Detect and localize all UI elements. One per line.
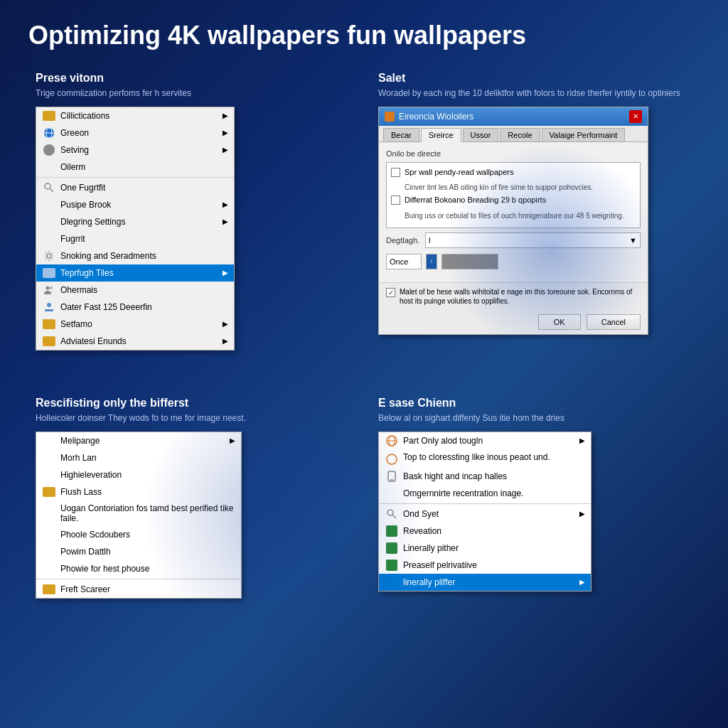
svg-point-8 [47, 303, 51, 307]
menu-item[interactable]: Phoole Scdoubers [36, 526, 241, 543]
checkbox-row-1: Spr wall pendy-read wallpapers [391, 167, 636, 177]
svg-point-16 [387, 510, 393, 515]
menu-item[interactable]: Fugrrit [36, 230, 234, 247]
menu-item[interactable]: Omgernnirte recentration inage. [379, 485, 591, 502]
quadrant-bottom-right: E sase Chienn Below al on sighart diffen… [364, 390, 707, 714]
quadrant3-desc: Holleicoler doinser They wods fo to me f… [36, 412, 350, 424]
blank-icon [42, 529, 56, 540]
menu-item[interactable]: Powim Dattlh [36, 543, 241, 560]
blank-icon [42, 563, 56, 574]
once-input[interactable]: Once [386, 254, 422, 269]
submenu-arrow: ▶ [223, 269, 228, 277]
dropdown-arrow: ▼ [629, 236, 637, 245]
menu-item[interactable]: Setving ▶ [36, 141, 234, 159]
checkbox1-subtext: Cinver tint les AB oiting kin of fire si… [405, 183, 636, 192]
footer-checkbox[interactable] [386, 288, 395, 297]
menu-item[interactable]: Linerally pither [379, 540, 591, 557]
menu-item[interactable]: Snoking and Seradments [36, 247, 234, 264]
checkbox-1[interactable] [391, 168, 400, 177]
folder3-icon [42, 318, 56, 330]
menu-item[interactable]: Setfamo ▶ [36, 316, 234, 333]
menu-item[interactable]: Ond Syet ▶ [379, 505, 591, 523]
blank-icon [42, 233, 56, 245]
menu-item[interactable]: Flush Lass [36, 483, 241, 500]
ie-icon [42, 127, 56, 139]
menu-item[interactable]: Highieleveration [36, 466, 241, 483]
degtlagh-row: Degtlagh. l ▼ [386, 232, 641, 248]
cancel-button[interactable]: Cancel [587, 314, 641, 330]
phone-icon [385, 471, 399, 482]
quadrant-top-left: Prese vitonn Trige commiization perfoms … [21, 65, 364, 390]
menu-item[interactable]: Bask hight and incap halles [379, 468, 591, 485]
quadrant-top-right: Salet Woradel by each ing the 10 deliktf… [364, 65, 707, 390]
menu-item[interactable]: Uogan Contoriation fos tamd best perifie… [36, 500, 241, 526]
svg-point-13 [387, 454, 397, 464]
dialog-body: Onilo be directe Spr wall pendy-read wal… [379, 142, 648, 282]
menu-item[interactable]: Oilerm [36, 159, 234, 176]
svg-point-6 [46, 286, 50, 289]
menu-item[interactable]: Pusipe Brook ▶ [36, 196, 234, 213]
menu-item[interactable]: Preaself pelrivatiive [379, 557, 591, 574]
blank-icon [42, 199, 56, 210]
menu-item[interactable]: Phowie for hest phouse [36, 560, 241, 577]
menu-separator [36, 177, 234, 178]
menu-item[interactable]: Greeon ▶ [36, 124, 234, 141]
dialog-section-label: Onilo be directe [386, 149, 641, 158]
menu-item[interactable]: Adviatesi Enunds ▶ [36, 333, 234, 350]
blank-icon [42, 452, 56, 464]
blank-icon [385, 577, 399, 588]
checkbox2-subtext: Buing uss or cebulal to files of ouch hn… [405, 211, 636, 220]
folder4-icon [42, 336, 56, 347]
tab-ussor[interactable]: Ussor [463, 128, 499, 141]
menu-item-highlighted[interactable]: linerally pliffer ▶ [379, 574, 591, 591]
spin-button[interactable]: ↑ [426, 254, 437, 269]
submenu-arrow: ▶ [230, 437, 235, 444]
menu-item[interactable]: One Fugrtfit [36, 179, 234, 196]
quadrant1-title: Prese vitonn [36, 72, 350, 85]
menu-item[interactable]: Morh Lan [36, 449, 241, 466]
dialog-footer: Malet of be hese walls wihitoital e nage… [379, 282, 648, 310]
submenu-arrow: ▶ [223, 218, 228, 225]
dialog-tabs: Becar Sreirce Ussor Recole Valaige Perfo… [379, 126, 648, 142]
submenu-arrow: ▶ [223, 200, 228, 208]
page-title: Optimizing 4K wallpapers fun wallpapers [0, 0, 728, 65]
folder-icon [42, 110, 56, 122]
tab-becar[interactable]: Becar [383, 128, 419, 141]
footer-text: Malet of be hese walls wihitoital e nage… [400, 287, 641, 306]
checkbox-2[interactable] [391, 196, 400, 205]
menu-item[interactable]: Melipange ▶ [36, 432, 241, 449]
blank-icon [42, 505, 56, 516]
svg-point-7 [50, 287, 53, 289]
menu-item[interactable]: Part Only alod tougln ▶ [379, 432, 591, 449]
menu-item[interactable]: Freft Scareer [36, 581, 241, 598]
svg-point-3 [45, 183, 50, 189]
submenu-arrow: ▶ [223, 320, 228, 328]
submenu-arrow: ▶ [223, 129, 228, 136]
menu-item[interactable]: Dlegring Settings ▶ [36, 213, 234, 230]
menu-item[interactable]: Ohermais [36, 282, 234, 299]
menu-item[interactable]: Oater Fast 125 Deeerfin [36, 299, 234, 316]
cube-green3-icon [385, 560, 399, 571]
tab-valaige[interactable]: Valaige Performaint [542, 128, 626, 141]
menu-item[interactable]: Reveation [379, 523, 591, 540]
dialog-box: Eireoncia Wioloilers ✕ Becar Sreirce Uss… [378, 107, 648, 335]
menu-item[interactable]: Cillictications ▶ [36, 107, 234, 124]
submenu-arrow: ▶ [579, 437, 585, 444]
blank-icon [42, 435, 56, 446]
ok-button[interactable]: OK [538, 314, 581, 330]
people2-icon [42, 301, 56, 313]
once-row: Once ↑ [386, 254, 641, 269]
blank-icon [42, 546, 56, 557]
tab-sreirce[interactable]: Sreirce [421, 128, 461, 142]
blank-icon [42, 469, 56, 481]
globe2-icon [385, 454, 399, 465]
menu-item[interactable]: Top to cloressting like inous peaot und. [379, 449, 591, 468]
dialog-close-button[interactable]: ✕ [629, 110, 642, 123]
menu-item-highlighted[interactable]: Teprfugh Tiles ▶ [36, 264, 234, 282]
color-picker[interactable] [441, 254, 498, 269]
tab-recole[interactable]: Recole [500, 128, 540, 141]
degtlagh-dropdown[interactable]: l ▼ [425, 232, 641, 248]
blank-icon [385, 488, 399, 499]
checkbox-row-2: Differrat Bokoano Breading 29 b qpopirts [391, 195, 636, 205]
checkbox1-label: Spr wall pendy-read wallpapers [405, 167, 513, 177]
